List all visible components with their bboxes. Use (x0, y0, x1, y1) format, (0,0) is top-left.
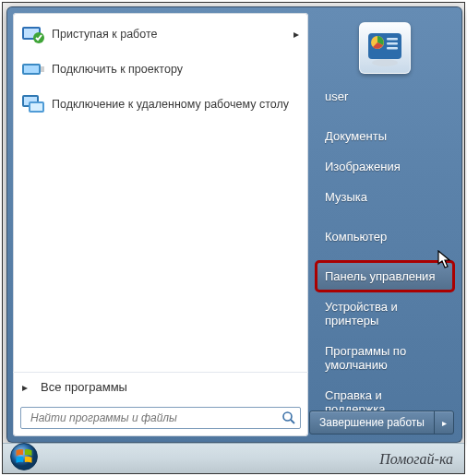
start-menu: Приступая к работе Подключить к проектор… (6, 6, 462, 443)
search-box[interactable] (20, 407, 301, 429)
program-item-getting-started[interactable]: Приступая к работе (13, 17, 308, 52)
shutdown-area: Завершение работы ▸ (309, 411, 454, 434)
right-item-devices-printers[interactable]: Устройства и принтеры (316, 292, 454, 336)
start-orb[interactable] (8, 441, 40, 472)
right-item-pictures[interactable]: Изображения (316, 151, 454, 182)
svg-point-10 (283, 412, 292, 421)
program-item-label: Подключить к проектору (52, 63, 301, 77)
right-item-computer[interactable]: Компьютер (316, 221, 454, 252)
right-item-control-panel[interactable]: Панель управления (316, 261, 454, 292)
svg-line-11 (291, 420, 294, 423)
program-item-connect-projector[interactable]: Подключить к проектору (13, 52, 308, 87)
svg-rect-4 (24, 65, 39, 73)
right-item-music[interactable]: Музыка (316, 182, 454, 212)
getting-started-icon (20, 21, 46, 47)
program-item-label: Подключение к удаленному рабочему столу (52, 98, 301, 112)
shutdown-label: Завершение работы (310, 411, 434, 434)
right-item-default-programs[interactable]: Программы по умолчанию (316, 336, 454, 380)
right-item-documents[interactable]: Документы (316, 121, 454, 151)
shutdown-button[interactable]: Завершение работы ▸ (309, 411, 454, 434)
svg-rect-15 (387, 42, 398, 45)
watermark-text: Помогай-ка (379, 451, 453, 468)
remote-desktop-icon (20, 91, 46, 117)
control-panel-icon (365, 28, 405, 68)
chevron-right-icon: ▸ (22, 381, 28, 394)
taskbar: Помогай-ка (3, 443, 464, 473)
program-item-label: Приступая к работе (52, 28, 301, 42)
svg-rect-9 (30, 103, 42, 111)
svg-point-18 (11, 444, 38, 470)
program-list: Приступая к работе Подключить к проектор… (13, 13, 308, 372)
shutdown-menu-arrow[interactable]: ▸ (434, 411, 453, 434)
search-input[interactable] (29, 411, 281, 425)
user-avatar[interactable] (359, 22, 411, 74)
svg-point-17 (372, 59, 398, 66)
program-item-remote-desktop[interactable]: Подключение к удаленному рабочему столу (13, 87, 308, 122)
right-item-user[interactable]: user (316, 81, 454, 112)
svg-rect-5 (41, 66, 44, 72)
search-wrap (13, 401, 308, 436)
all-programs[interactable]: ▸Все программы (13, 372, 308, 401)
start-menu-left-panel: Приступая к работе Подключить к проектор… (13, 13, 308, 436)
all-programs-label: Все программы (41, 380, 127, 394)
start-menu-right-panel: user Документы Изображения Музыка Компью… (314, 13, 456, 436)
search-icon (281, 411, 296, 425)
screenshot-frame: Приступая к работе Подключить к проектор… (2, 2, 465, 474)
svg-rect-16 (387, 47, 398, 50)
projector-icon (20, 56, 46, 82)
svg-rect-14 (387, 38, 398, 41)
